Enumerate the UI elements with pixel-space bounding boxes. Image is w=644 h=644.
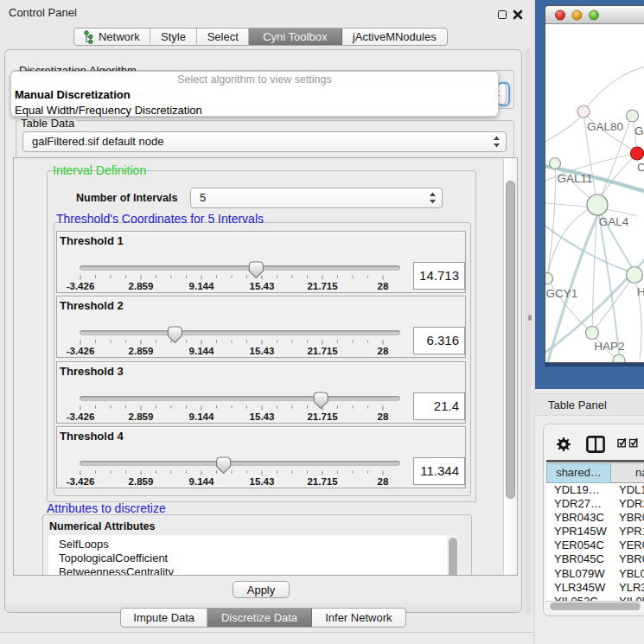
- svg-text:GAL11: GAL11: [557, 172, 592, 185]
- svg-text:HAP2: HAP2: [594, 340, 624, 353]
- svg-text:CD: CD: [637, 161, 644, 174]
- svg-text:GAL80: GAL80: [587, 120, 623, 133]
- svg-text:GCY1: GCY1: [546, 287, 578, 300]
- svg-text:GA: GA: [634, 124, 644, 137]
- svg-text:GAL4: GAL4: [599, 215, 629, 228]
- svg-text:H: H: [637, 285, 644, 298]
